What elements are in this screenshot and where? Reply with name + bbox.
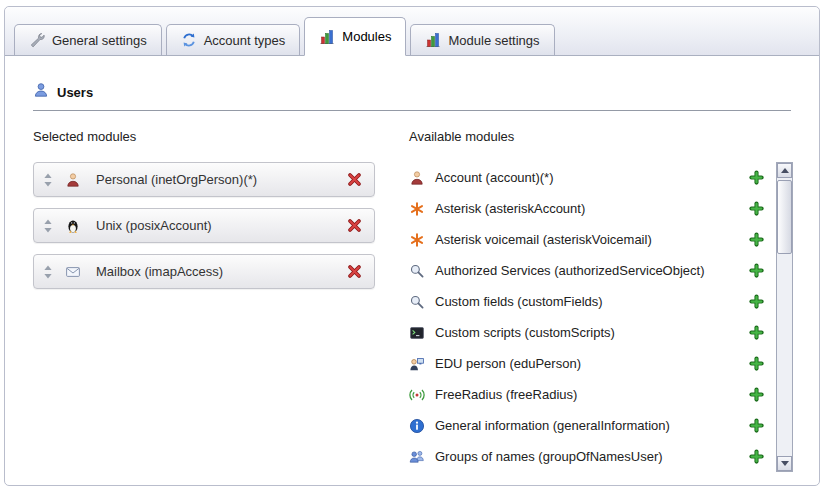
asterisk-voicemail-icon <box>409 232 425 248</box>
module-label: Authorized Services (authorizedServiceOb… <box>435 263 749 278</box>
drag-handle-icon[interactable] <box>43 219 53 233</box>
section-title: Users <box>57 85 93 100</box>
module-columns: Selected modules Personal (inetOrgPerson… <box>31 129 793 472</box>
tab-label: Module settings <box>448 33 539 48</box>
selected-modules-column: Selected modules Personal (inetOrgPerson… <box>33 129 375 472</box>
add-icon[interactable] <box>749 356 764 371</box>
lam-configuration-screen: General settings Account types Modules M… <box>0 0 825 486</box>
info-icon <box>409 418 425 434</box>
module-label: EDU person (eduPerson) <box>435 356 749 371</box>
scrollbar-track[interactable] <box>777 178 792 456</box>
module-label: Groups of names (groupOfNamesUser) <box>435 449 749 464</box>
tab-bar: General settings Account types Modules M… <box>5 7 819 56</box>
add-icon[interactable] <box>749 170 764 185</box>
scroll-up-button[interactable] <box>777 163 792 178</box>
available-module-row: Groups of names (groupOfNamesUser) <box>409 441 774 472</box>
available-modules-scrollbar[interactable] <box>776 162 793 472</box>
tab-label: Account types <box>204 33 286 48</box>
add-icon[interactable] <box>749 325 764 340</box>
asterisk-icon <box>409 201 425 217</box>
module-label: Asterisk (asteriskAccount) <box>435 201 749 216</box>
delete-icon[interactable] <box>347 264 362 279</box>
magnifier-icon <box>409 294 425 310</box>
sync-icon <box>181 32 197 48</box>
delete-icon[interactable] <box>347 172 362 187</box>
available-module-row: FreeRadius (freeRadius) <box>409 379 774 410</box>
tab-general-settings[interactable]: General settings <box>14 24 162 56</box>
module-label: FreeRadius (freeRadius) <box>435 387 749 402</box>
user-icon <box>33 82 49 102</box>
magnifier-icon <box>409 263 425 279</box>
edu-person-icon <box>409 356 425 372</box>
selected-module-row: Mailbox (imapAccess) <box>33 254 375 289</box>
module-label: Asterisk voicemail (asteriskVoicemail) <box>435 232 749 247</box>
drag-handle-icon[interactable] <box>43 265 53 279</box>
tab-account-types[interactable]: Account types <box>166 24 301 56</box>
add-icon[interactable] <box>749 232 764 247</box>
scrollbar-thumb[interactable] <box>777 180 792 254</box>
group-icon <box>409 449 425 465</box>
penguin-icon <box>65 218 81 234</box>
available-module-row: Account (account)(*) <box>409 162 774 193</box>
module-label: Custom fields (customFields) <box>435 294 749 309</box>
tab-modules[interactable]: Modules <box>304 17 406 56</box>
module-label: Mailbox (imapAccess) <box>96 264 347 279</box>
available-module-row: Asterisk voicemail (asteriskVoicemail) <box>409 224 774 255</box>
module-label: Personal (inetOrgPerson)(*) <box>96 172 347 187</box>
available-modules-list: Account (account)(*) Asterisk (asteriskA… <box>409 162 774 472</box>
available-modules-heading: Available modules <box>409 129 793 144</box>
add-icon[interactable] <box>749 387 764 402</box>
person-icon <box>409 170 425 186</box>
radius-antenna-icon <box>409 387 425 403</box>
drag-handle-icon[interactable] <box>43 173 53 187</box>
add-icon[interactable] <box>749 201 764 216</box>
tabs-widget: General settings Account types Modules M… <box>4 6 820 486</box>
available-module-row: Asterisk (asteriskAccount) <box>409 193 774 224</box>
available-modules-column: Available modules Account (account)(*) <box>409 129 793 472</box>
scroll-down-button[interactable] <box>777 456 792 471</box>
module-label: Account (account)(*) <box>435 170 749 185</box>
selected-modules-heading: Selected modules <box>33 129 375 144</box>
selected-module-row: Personal (inetOrgPerson)(*) <box>33 162 375 197</box>
person-icon <box>65 172 81 188</box>
tab-label: Modules <box>342 29 391 44</box>
add-icon[interactable] <box>749 418 764 433</box>
tab-label: General settings <box>52 33 147 48</box>
available-module-row: Authorized Services (authorizedServiceOb… <box>409 255 774 286</box>
selected-module-row: Unix (posixAccount) <box>33 208 375 243</box>
module-label: General information (generalInformation) <box>435 418 749 433</box>
add-icon[interactable] <box>749 449 764 464</box>
users-section-header: Users <box>33 82 791 111</box>
module-label: Custom scripts (customScripts) <box>435 325 749 340</box>
modules-tab-panel: Users Selected modules Personal (inetOrg… <box>5 56 819 472</box>
module-label: Unix (posixAccount) <box>96 218 347 233</box>
script-icon <box>409 325 425 341</box>
add-icon[interactable] <box>749 263 764 278</box>
arrow-down-icon <box>781 461 789 466</box>
delete-icon[interactable] <box>347 218 362 233</box>
wrench-icon <box>29 32 45 48</box>
chart-icon <box>425 32 441 48</box>
tab-module-settings[interactable]: Module settings <box>410 24 554 56</box>
chart-icon <box>319 29 335 45</box>
available-module-row: Custom fields (customFields) <box>409 286 774 317</box>
add-icon[interactable] <box>749 294 764 309</box>
available-module-row: General information (generalInformation) <box>409 410 774 441</box>
mail-icon <box>65 264 81 280</box>
available-module-row: Custom scripts (customScripts) <box>409 317 774 348</box>
available-module-row: EDU person (eduPerson) <box>409 348 774 379</box>
arrow-up-icon <box>781 168 789 173</box>
